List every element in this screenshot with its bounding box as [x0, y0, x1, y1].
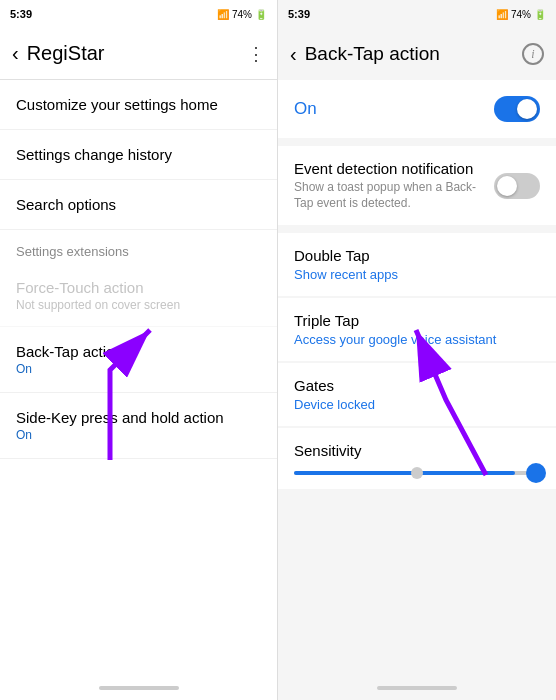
- left-time: 5:39: [10, 8, 32, 20]
- menu-item-force-touch: Force-Touch action Not supported on cove…: [0, 265, 277, 327]
- side-key-title: Side-Key press and hold action: [16, 409, 261, 426]
- left-battery-text: 74%: [232, 9, 252, 20]
- event-detection-item: Event detection notification Show a toas…: [278, 146, 556, 225]
- sensitivity-section: Sensitivity: [278, 428, 556, 489]
- left-signal-icon: 📶: [217, 9, 229, 20]
- right-panel: 5:39 📶 74% 🔋 ‹ Back-Tap action i On Even…: [278, 0, 556, 700]
- event-detection-desc: Show a toast popup when a Back-Tap event…: [294, 180, 484, 211]
- menu-item-history-title: Settings change history: [16, 146, 261, 163]
- triple-tap-link: Access your google voice assistant: [294, 332, 540, 347]
- menu-item-back-tap[interactable]: Back-Tap action On: [0, 327, 277, 393]
- right-battery-icon: 🔋: [534, 9, 546, 20]
- sensitivity-title: Sensitivity: [294, 442, 540, 459]
- right-time: 5:39: [288, 8, 310, 20]
- menu-item-customize-title: Customize your settings home: [16, 96, 261, 113]
- back-tap-subtitle: On: [16, 362, 261, 376]
- right-screen-title: Back-Tap action: [305, 43, 440, 65]
- left-home-indicator: [99, 686, 179, 690]
- on-toggle[interactable]: [494, 96, 540, 122]
- side-key-subtitle: On: [16, 428, 261, 442]
- triple-tap-title: Triple Tap: [294, 312, 540, 329]
- right-content: On Event detection notification Show a t…: [278, 80, 556, 700]
- left-menu-icon[interactable]: ⋮: [247, 43, 265, 65]
- force-touch-title: Force-Touch action: [16, 279, 261, 296]
- double-tap-section[interactable]: Double Tap Show recent apps: [278, 233, 556, 296]
- left-panel: 5:39 📶 74% 🔋 ‹ RegiStar ⋮ Customize your…: [0, 0, 278, 700]
- force-touch-subtitle: Not supported on cover screen: [16, 298, 261, 312]
- section-extensions-label: Settings extensions: [0, 230, 277, 265]
- left-back-icon[interactable]: ‹: [12, 42, 19, 65]
- right-status-icons: 📶 74% 🔋: [496, 9, 546, 20]
- left-app-title: RegiStar: [27, 42, 105, 65]
- left-status-icons: 📶 74% 🔋: [217, 9, 267, 20]
- right-home-indicator: [377, 686, 457, 690]
- menu-item-search[interactable]: Search options: [0, 180, 277, 230]
- slider-mid-marker: [411, 467, 423, 479]
- right-signal-icon: 📶: [496, 9, 508, 20]
- on-section: On: [278, 80, 556, 138]
- right-back-icon[interactable]: ‹: [290, 43, 297, 66]
- back-tap-title: Back-Tap action: [16, 343, 261, 360]
- double-tap-title: Double Tap: [294, 247, 540, 264]
- right-status-bar: 5:39 📶 74% 🔋: [278, 0, 556, 28]
- slider-thumb[interactable]: [526, 463, 546, 483]
- left-status-bar: 5:39 📶 74% 🔋: [0, 0, 277, 28]
- left-battery-icon: 🔋: [255, 9, 267, 20]
- on-label: On: [294, 99, 317, 119]
- event-detection-toggle[interactable]: [494, 173, 540, 199]
- event-detection-title: Event detection notification: [294, 160, 484, 177]
- menu-item-history[interactable]: Settings change history: [0, 130, 277, 180]
- right-top-bar: ‹ Back-Tap action i: [278, 28, 556, 80]
- gates-link: Device locked: [294, 397, 540, 412]
- slider-fill: [294, 471, 515, 475]
- right-battery-text: 74%: [511, 9, 531, 20]
- slider-track[interactable]: [294, 471, 540, 475]
- menu-item-customize[interactable]: Customize your settings home: [0, 80, 277, 130]
- menu-item-side-key[interactable]: Side-Key press and hold action On: [0, 393, 277, 459]
- double-tap-link: Show recent apps: [294, 267, 540, 282]
- gates-section[interactable]: Gates Device locked: [278, 363, 556, 426]
- gates-title: Gates: [294, 377, 540, 394]
- menu-item-search-title: Search options: [16, 196, 261, 213]
- triple-tap-section[interactable]: Triple Tap Access your google voice assi…: [278, 298, 556, 361]
- left-top-bar: ‹ RegiStar ⋮: [0, 28, 277, 80]
- info-icon[interactable]: i: [522, 43, 544, 65]
